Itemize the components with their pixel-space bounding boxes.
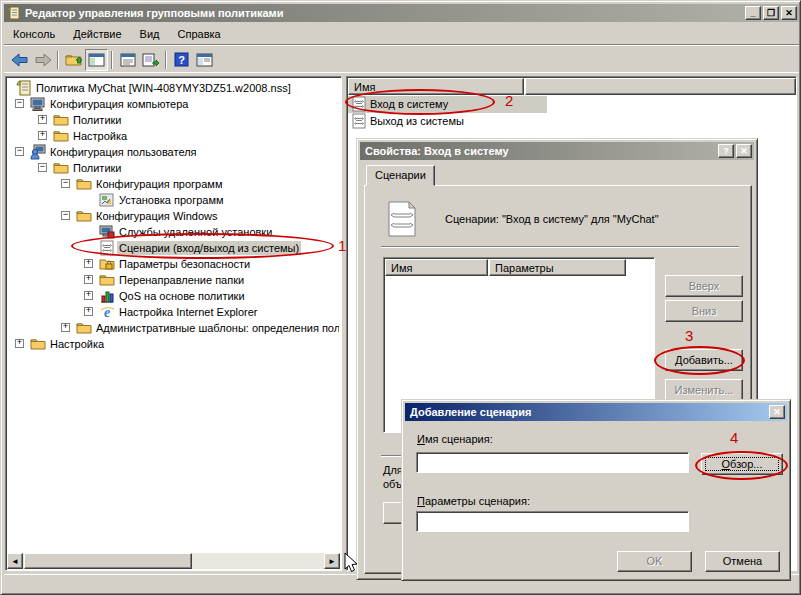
menu-help[interactable]: Справка xyxy=(169,25,230,43)
expand-icon[interactable]: + xyxy=(84,291,93,300)
window-titlebar[interactable]: Редактор управления групповыми политикам… xyxy=(4,4,799,22)
menu-view[interactable]: Вид xyxy=(131,25,169,43)
menu-action[interactable]: Действие xyxy=(64,25,130,43)
script-params-input[interactable] xyxy=(416,511,689,532)
tree-item[interactable]: Сценарии (вход/выход из системы) xyxy=(8,240,339,256)
tree-item-label[interactable]: Политика MyChat [WIN-408YMY3DZ51.w2008.n… xyxy=(34,81,293,95)
collapse-icon[interactable]: − xyxy=(15,147,24,156)
up-one-level-button[interactable] xyxy=(62,49,85,71)
properties-dialog-titlebar[interactable]: Свойства: Вход в систему ? ✕ xyxy=(360,142,754,160)
tree-item[interactable]: +QoS на основе политики xyxy=(8,288,339,304)
expand-icon[interactable]: + xyxy=(15,339,24,348)
tree-item[interactable]: +eНастройка Internet Explorer xyxy=(8,304,339,320)
tree-item[interactable]: Службы удаленной установки xyxy=(8,224,339,240)
folder-icon xyxy=(30,336,46,352)
tree-horizontal-scrollbar[interactable]: ◄ ► xyxy=(7,553,340,569)
tree-item-label[interactable]: Сценарии (вход/выход из системы) xyxy=(117,241,301,255)
qos-icon xyxy=(99,288,115,304)
scroll-right-button[interactable]: ► xyxy=(324,553,340,569)
tree-item[interactable]: Установка программ xyxy=(8,192,339,208)
properties-dialog-title: Свойства: Вход в систему xyxy=(365,145,509,157)
collapse-icon[interactable]: − xyxy=(61,179,70,188)
forward-button[interactable] xyxy=(31,49,54,71)
tree-item[interactable]: −Конфигурация программ xyxy=(8,176,339,192)
scroll-left-button[interactable]: ◄ xyxy=(7,553,23,569)
separator xyxy=(381,246,739,248)
down-button[interactable]: Вниз xyxy=(665,300,743,322)
tree-item-label[interactable]: QoS на основе политики xyxy=(117,289,247,303)
expand-icon[interactable]: + xyxy=(61,323,70,332)
tree-item[interactable]: −Конфигурация Windows xyxy=(8,208,339,224)
add-dialog-close-button[interactable]: ✕ xyxy=(769,405,785,419)
edit-button[interactable]: Изменить... xyxy=(665,379,743,401)
add-script-dialog: Добавление сценария ✕ Имя сценария: Обзо… xyxy=(401,399,791,581)
tree-item[interactable]: +Политики xyxy=(8,112,339,128)
tree-item-label[interactable]: Политики xyxy=(71,161,124,175)
ok-button[interactable]: OK xyxy=(617,551,692,572)
expand-icon[interactable]: + xyxy=(84,275,93,284)
tree-item[interactable]: −Политики xyxy=(8,160,339,176)
collapse-icon[interactable]: − xyxy=(38,163,47,172)
scripts-column-params[interactable]: Параметры xyxy=(489,259,626,276)
export-list-button[interactable] xyxy=(139,49,162,71)
add-button[interactable]: Добавить... xyxy=(665,349,743,371)
collapse-icon[interactable]: − xyxy=(15,99,24,108)
console-tree-button[interactable] xyxy=(85,49,108,71)
menu-console[interactable]: Консоль xyxy=(4,25,64,43)
maximize-button[interactable]: ❐ xyxy=(763,6,779,20)
tree-item-label[interactable]: Перенаправление папки xyxy=(117,273,246,287)
tree-item[interactable]: +Параметры безопасности xyxy=(8,256,339,272)
tree-item-label[interactable]: Установка программ xyxy=(117,193,226,207)
policy-scroll-icon xyxy=(16,80,32,96)
tree-item[interactable]: Политика MyChat [WIN-408YMY3DZ51.w2008.n… xyxy=(8,80,339,96)
collapse-icon[interactable]: − xyxy=(61,211,70,220)
cancel-button[interactable]: Отмена xyxy=(705,551,780,572)
list-item-label[interactable]: Выход из системы xyxy=(370,115,464,127)
properties-button[interactable] xyxy=(116,49,139,71)
tree-item-label[interactable]: Параметры безопасности xyxy=(117,257,252,271)
close-button[interactable]: ✕ xyxy=(781,6,797,20)
tree-item-label[interactable]: Конфигурация компьютера xyxy=(48,97,190,111)
tree-item[interactable]: +Настройка xyxy=(8,128,339,144)
expand-icon[interactable]: + xyxy=(84,307,93,316)
tree-item-label[interactable]: Политики xyxy=(71,113,124,127)
browse-button[interactable]: Обзор... xyxy=(701,453,783,475)
properties-close-button[interactable]: ✕ xyxy=(736,144,752,158)
tree-item[interactable]: +Настройка xyxy=(8,336,339,352)
expand-icon[interactable]: + xyxy=(38,131,47,140)
expand-icon[interactable]: + xyxy=(84,259,93,268)
expand-icon[interactable]: + xyxy=(38,115,47,124)
column-header-name[interactable]: Имя xyxy=(348,78,524,95)
tree-item-label[interactable]: Настройка xyxy=(48,337,106,351)
show-hide-tree-button[interactable] xyxy=(193,49,216,71)
tree-item[interactable]: −Конфигурация пользователя xyxy=(8,144,339,160)
column-header-blank[interactable] xyxy=(525,78,796,95)
tree-item-label[interactable]: Конфигурация пользователя xyxy=(48,145,199,159)
tab-scripts[interactable]: Сценарии xyxy=(366,165,435,186)
tree-item-label[interactable]: Настройка xyxy=(71,129,129,143)
tree-item-label[interactable]: Административные шаблоны: определения по… xyxy=(94,321,339,335)
back-button[interactable] xyxy=(8,49,31,71)
list-item-label[interactable]: Вход в систему xyxy=(370,98,448,110)
script-name-input[interactable] xyxy=(416,452,689,473)
scripts-column-name[interactable]: Имя xyxy=(385,259,488,276)
tree-item-label[interactable]: Настройка Internet Explorer xyxy=(117,305,260,319)
tree-item-label[interactable]: Службы удаленной установки xyxy=(117,225,274,239)
list-item[interactable]: Выход из системы xyxy=(348,113,548,130)
scrollbar-thumb[interactable] xyxy=(24,553,192,569)
tree-item[interactable]: −Конфигурация компьютера xyxy=(8,96,339,112)
tree-item-label[interactable]: Конфигурация Windows xyxy=(94,209,220,223)
help-button[interactable]: ? xyxy=(170,49,193,71)
tree-item[interactable]: +Перенаправление папки xyxy=(8,272,339,288)
toolbar-separator xyxy=(57,51,59,69)
context-help-button[interactable]: ? xyxy=(718,144,734,158)
export-list-icon xyxy=(142,53,160,67)
tree-item-label[interactable]: Конфигурация программ xyxy=(94,177,224,191)
security-icon xyxy=(99,256,115,272)
tree: Политика MyChat [WIN-408YMY3DZ51.w2008.n… xyxy=(8,80,339,552)
up-button[interactable]: Вверх xyxy=(665,275,743,297)
add-dialog-titlebar[interactable]: Добавление сценария ✕ xyxy=(405,403,787,421)
tree-item[interactable]: +Административные шаблоны: определения п… xyxy=(8,320,339,336)
list-item[interactable]: Вход в систему xyxy=(348,96,548,113)
minimize-button[interactable]: _ xyxy=(745,6,761,20)
